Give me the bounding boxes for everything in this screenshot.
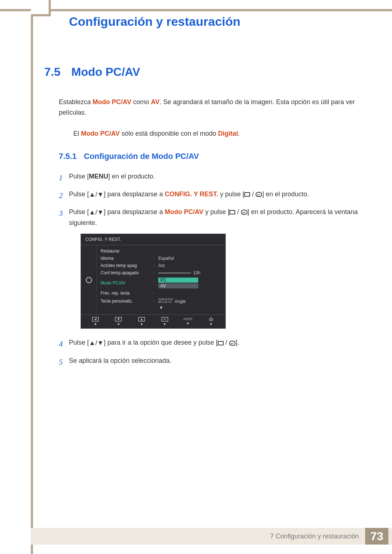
osd-label-conftemp: Conf.temp.apagado	[101, 270, 153, 275]
s3-hl: Modo PC/AV	[165, 208, 204, 216]
s1-t2: ] en el producto.	[108, 173, 155, 180]
footer-bar: 7 Configuración y restauración 73	[31, 528, 392, 545]
intro-hl1: Modo PC/AV	[93, 98, 131, 106]
note-pre: El	[73, 130, 81, 137]
osd-footer-enter-icon: ↵▼	[156, 317, 174, 326]
osd-title: CONFIG. Y REST.	[81, 234, 225, 245]
osd-row-restaurar: Restaurar	[101, 247, 222, 255]
intro-mid: como	[131, 98, 151, 106]
samsung-magic-brand: SAMSUNG MAGIC	[158, 298, 173, 304]
corner-block	[31, 0, 51, 16]
osd-panel: CONFIG. Y REST. Restaurar Idioma : Españ…	[81, 234, 226, 329]
page-header-title: Configuración y restauración	[69, 15, 240, 29]
note-row: ✎ El Modo PC/AV sólo está disponible con…	[59, 129, 363, 139]
subsection-title: Configuración de Modo PC/AV	[84, 152, 199, 161]
s2-t2: ] para desplazarse a	[104, 190, 165, 198]
s4-t3: ].	[236, 339, 239, 346]
osd-colon: :	[153, 299, 158, 304]
osd-value-conftemp: 10h	[193, 270, 200, 275]
osd-colon: :	[153, 263, 158, 268]
enter-icon	[241, 210, 248, 215]
note-hl2: Digital	[218, 130, 238, 137]
s2-t1: Pulse [	[69, 190, 89, 198]
step-2: 2 Pulse [▲/▼] para desplazarse a CONFIG.…	[59, 189, 363, 202]
osd-footer-power-icon: ⏻▼	[202, 317, 220, 326]
osd-left-col	[81, 245, 97, 315]
s2-hl: CONFIG. Y REST.	[165, 190, 218, 198]
note-mid: sólo está disponible con el modo	[120, 130, 218, 137]
s4-t1: Pulse [	[69, 339, 89, 346]
s3-t2: ] para desplazarse a	[104, 208, 165, 216]
s2-t4: ] en el producto.	[262, 190, 309, 198]
osd-scroll-down-icon: ▼	[101, 305, 222, 311]
osd-row-modo: Modo PC/AV : PC AV	[101, 276, 222, 290]
osd-colon: :	[153, 256, 158, 261]
osd-value-tecla-suffix: Angle	[173, 299, 185, 304]
osd-row-tecla: Tecla personaliz. : SAMSUNG MAGIC Angle	[101, 297, 222, 305]
s1-t1: Pulse [	[69, 173, 89, 180]
osd-footer-auto-label: AUTO	[183, 317, 192, 321]
osd-value-modo: PC AV	[158, 278, 222, 288]
step-3-num: 3	[59, 207, 69, 219]
osd-rows: Restaurar Idioma : Español Act/des temp …	[97, 245, 225, 315]
source-rect-icon	[218, 341, 224, 345]
osd-option-av: AV	[158, 283, 198, 288]
osd-value-actdes: Act.	[158, 263, 222, 268]
gear-icon	[86, 277, 92, 283]
s3-t1: Pulse [	[69, 208, 89, 216]
osd-colon: :	[153, 270, 158, 275]
section-heading: 7.5 Modo PC/AV	[44, 65, 363, 79]
step-5-text: Se aplicará la opción seleccionada.	[69, 356, 363, 366]
intro-paragraph: Establezca Modo PC/AV como AV. Se agrand…	[59, 97, 363, 118]
step-2-num: 2	[59, 189, 69, 202]
steps-list: 1 Pulse [MENU] en el producto. 2 Pulse […	[59, 171, 363, 368]
osd-row-actdes: Act/des temp apag : Act.	[101, 262, 222, 269]
osd-body: Restaurar Idioma : Español Act/des temp …	[81, 245, 225, 315]
intro-hl2: AV	[151, 98, 160, 106]
left-accent-bar	[31, 0, 33, 554]
osd-slider-conftemp: 10h	[158, 270, 222, 275]
osd-label-modo: Modo PC/AV	[101, 280, 153, 286]
osd-value-tecla: SAMSUNG MAGIC Angle	[158, 298, 222, 304]
enter-icon	[229, 341, 236, 346]
step-5: 5 Se aplicará la opción seleccionada.	[59, 356, 363, 368]
source-rect-icon	[244, 192, 250, 197]
osd-row-frec: Frec. rep. tecla :	[101, 290, 222, 297]
osd-label-tecla: Tecla personaliz.	[101, 299, 153, 304]
osd-footer-auto: AUTO▼	[179, 317, 197, 326]
step-4: 4 Pulse [▲/▼] para ir a la opción que de…	[59, 337, 363, 350]
note-text: El Modo PC/AV sólo está disponible con e…	[73, 129, 240, 139]
step-5-num: 5	[59, 356, 69, 368]
osd-row-idioma: Idioma : Español	[101, 255, 222, 262]
step-1-text: Pulse [MENU] en el producto.	[69, 171, 363, 182]
osd-value-idioma: Español	[158, 256, 222, 261]
step-1: 1 Pulse [MENU] en el producto.	[59, 171, 363, 184]
note-post: .	[238, 130, 240, 137]
osd-footer-back-icon: ◄▼	[86, 317, 105, 326]
section-title: Modo PC/AV	[71, 65, 140, 79]
osd-label-restaurar: Restaurar	[101, 249, 153, 254]
menu-button-label: MENU	[89, 173, 108, 180]
up-down-arrows-icon: ▲/▼	[89, 207, 104, 218]
osd-row-conftemp: Conf.temp.apagado : 10h	[101, 269, 222, 276]
step-4-text: Pulse [▲/▼] para ir a la opción que dese…	[69, 337, 363, 348]
subsection-number: 7.5.1	[59, 152, 77, 161]
top-accent-bar	[0, 9, 392, 11]
s4-t2: ] para ir a la opción que desee y pulse …	[104, 339, 218, 346]
osd-label-frec: Frec. rep. tecla	[101, 291, 153, 296]
up-down-arrows-icon: ▲/▼	[89, 338, 104, 348]
note-hl1: Modo PC/AV	[81, 130, 120, 137]
up-down-arrows-icon: ▲/▼	[89, 189, 104, 200]
brand-main: MAGIC	[158, 300, 173, 304]
page-number: 73	[365, 528, 388, 545]
content-area: 7.5 Modo PC/AV Establezca Modo PC/AV com…	[44, 65, 363, 373]
osd-option-pc: PC	[158, 278, 198, 283]
section-number: 7.5	[44, 65, 60, 79]
osd-label-idioma: Idioma	[101, 256, 153, 261]
osd-label-actdes: Act/des temp apag	[101, 263, 153, 268]
enter-icon	[256, 192, 262, 197]
slider-track	[158, 272, 191, 274]
osd-footer-down-icon: ▼▼	[109, 317, 127, 326]
osd-footer: ◄▼ ▼▼ ▲▼ ↵▼ AUTO▼ ⏻▼	[81, 315, 225, 328]
s2-t3: y pulse [	[218, 190, 244, 198]
